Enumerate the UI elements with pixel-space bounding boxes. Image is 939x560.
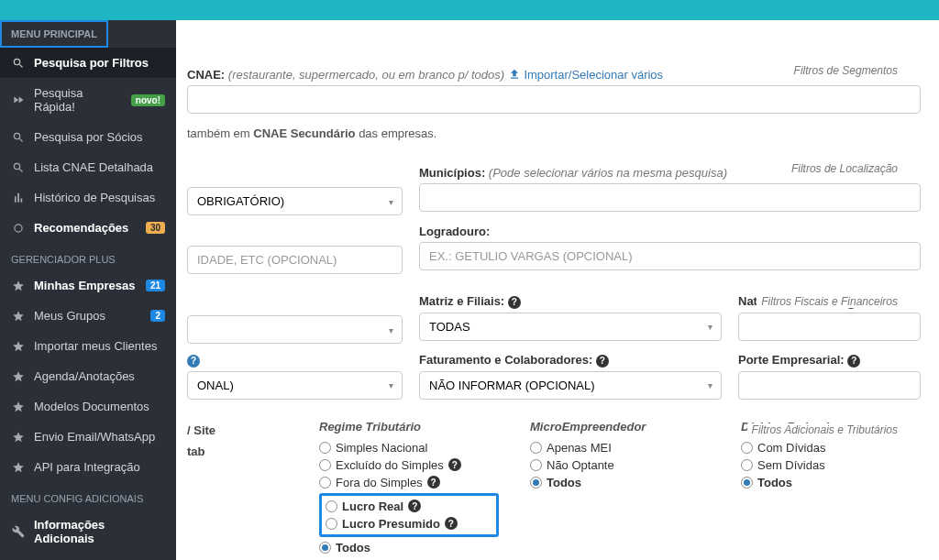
matriz-label: Matriz e Filiais: [419, 294, 504, 308]
sidebar-item-label: API para Integração [34, 460, 165, 474]
natureza-input[interactable] [738, 313, 921, 341]
faturamento-select[interactable]: NÃO INFORMAR (OPCIONAL) [419, 371, 722, 400]
help-icon[interactable]: ? [448, 458, 461, 471]
bar-chart-icon [11, 192, 25, 204]
mei-group: MicroEmpreendedor Apenas MEI Não Optante… [530, 420, 710, 556]
contact-filters: / Site tab [187, 420, 288, 556]
star-icon [11, 280, 25, 292]
municipios-hint: (Pode selecionar vários na mesma pesquis… [489, 166, 727, 180]
logradouro-input[interactable] [419, 242, 921, 270]
sidebar-item-pesquisa-filtros[interactable]: Pesquisa por Filtros [0, 48, 176, 78]
menu-principal-list: Pesquisa por Filtros Pesquisa Rápida! no… [0, 48, 176, 243]
radio-dividas-todos[interactable]: Todos [741, 474, 921, 491]
menu-gerenciador-list: Minhas Empresas 21 Meus Grupos 2 Importa… [0, 270, 176, 482]
help-icon[interactable]: ? [187, 355, 200, 368]
fieldset-fiscais-label: Filtros Fiscais e Financeiros [757, 295, 902, 308]
sidebar-item-pesquisa-socios[interactable]: Pesquisa por Sócios [0, 122, 176, 152]
radio-com-dividas[interactable]: Com Dívidas [741, 439, 921, 456]
help-icon[interactable]: ? [847, 355, 860, 368]
regime-title: Regime Tributário [319, 420, 499, 434]
faturamento-label: Faturamento e Colaboradores: [419, 353, 592, 367]
sidebar-item-api[interactable]: API para Integração [0, 452, 176, 482]
sidebar-item-modelos[interactable]: Modelos Documentos [0, 391, 176, 422]
radio-lucro-presumido[interactable]: Lucro Presumido? [326, 515, 492, 533]
sidebar-item-label: Pesquisa por Filtros [34, 56, 165, 70]
sidebar-item-label: Recomendações [34, 221, 137, 235]
badge-novo: novo! [131, 94, 165, 106]
radio-excluido-simples[interactable]: Excluído do Simples? [319, 456, 499, 474]
municipios-label: Municípios: [419, 166, 485, 180]
cnae-label: CNAE: [187, 68, 225, 82]
fast-forward-icon [11, 93, 25, 106]
radio-mei-todos[interactable]: Todos [530, 474, 710, 491]
sidebar-item-label: Envio Email/WhatsApp [34, 430, 165, 444]
sidebar-item-meus-grupos[interactable]: Meus Grupos 2 [0, 301, 176, 331]
uf-select[interactable]: OBRIGATÓRIO) [187, 187, 403, 215]
sidebar-item-historico[interactable]: Histórico de Pesquisas [0, 182, 176, 213]
star-icon [11, 431, 25, 444]
svg-point-0 [14, 224, 21, 231]
badge-count: 2 [150, 310, 165, 322]
search-icon [11, 161, 25, 174]
radio-fora-simples[interactable]: Fora do Simples? [319, 474, 499, 491]
sidebar: MENU PRINCIPAL Pesquisa por Filtros Pesq… [0, 20, 176, 560]
import-link-text: Importar/Selecionar vários [524, 68, 663, 82]
import-cnae-link[interactable]: Importar/Selecionar vários [508, 68, 663, 82]
sidebar-item-minhas-empresas[interactable]: Minhas Empresas 21 [0, 270, 176, 301]
sidebar-item-importar-clientes[interactable]: Importar meus Clientes [0, 331, 176, 361]
sidebar-item-label: Minhas Empresas [34, 279, 137, 292]
sidebar-item-label: Informações Adicionais [34, 518, 165, 545]
sidebar-item-label: Pesquisa Rápida! [34, 86, 122, 114]
matriz-select[interactable]: TODAS [419, 313, 722, 341]
sidebar-item-recomendacoes[interactable]: Recomendações 30 [0, 213, 176, 243]
help-icon[interactable]: ? [427, 476, 440, 489]
porte-label: Porte Empresarial: [738, 353, 845, 367]
sidebar-item-label: Lista CNAE Detalhada [34, 160, 165, 174]
sidebar-item-label: Importar meus Clientes [34, 339, 165, 353]
radio-apenas-mei[interactable]: Apenas MEI [530, 439, 710, 456]
radio-sem-dividas[interactable]: Sem Dívidas [741, 456, 921, 474]
sidebar-item-pesquisa-rapida[interactable]: Pesquisa Rápida! novo! [0, 78, 176, 122]
sidebar-item-label: Meus Grupos [34, 309, 141, 323]
menu-principal-header: MENU PRINCIPAL [0, 20, 108, 48]
logradouro-label: Logradouro: [419, 225, 490, 238]
lucro-highlight-box: Lucro Real? Lucro Presumido? [319, 493, 499, 537]
radio-nao-optante[interactable]: Não Optante [530, 456, 710, 474]
sidebar-item-lista-cnae[interactable]: Lista CNAE Detalhada [0, 152, 176, 182]
help-icon[interactable]: ? [408, 500, 421, 512]
help-icon[interactable]: ? [445, 517, 458, 530]
sidebar-item-envio[interactable]: Envio Email/WhatsApp [0, 422, 176, 452]
fieldset-segmentos-label: Filtros de Segmentos [790, 64, 902, 77]
main-content: Filtros de Segmentos Filtros de Localiza… [176, 20, 939, 560]
sidebar-item-label: Histórico de Pesquisas [34, 191, 165, 204]
star-icon [11, 370, 25, 383]
cnae-hint: (restaurante, supermercado, ou em branco… [228, 68, 504, 82]
menu-config-list: Informações Adicionais [0, 510, 176, 554]
badge-count: 30 [146, 222, 165, 234]
capital-select[interactable]: ONAL) [187, 371, 403, 400]
sidebar-item-label: Agenda/Anotações [34, 369, 165, 383]
sidebar-item-agenda[interactable]: Agenda/Anotações [0, 361, 176, 391]
municipios-input[interactable] [419, 183, 921, 212]
radio-simples-nacional[interactable]: Simples Nacional [319, 439, 499, 456]
bairro-input[interactable] [187, 246, 403, 274]
star-icon [11, 461, 25, 474]
contact-item-site[interactable]: / Site [187, 420, 288, 441]
radio-lucro-real[interactable]: Lucro Real? [326, 498, 492, 515]
porte-input[interactable] [738, 371, 921, 400]
contact-item-tab[interactable]: tab [187, 441, 288, 462]
star-icon [11, 401, 25, 413]
search-icon [11, 131, 25, 144]
sidebar-item-info-adicionais[interactable]: Informações Adicionais [0, 510, 176, 554]
radio-regime-todos[interactable]: Todos [319, 539, 499, 556]
situacao-select[interactable] [187, 315, 403, 344]
wrench-icon [11, 525, 25, 538]
fieldset-adicionais-label: Filtros Adicionais e Tributários [747, 423, 902, 436]
cnae-input[interactable] [187, 85, 921, 114]
circle-icon [11, 222, 25, 235]
star-icon [11, 340, 25, 353]
search-icon [11, 57, 25, 70]
sidebar-item-label: Pesquisa por Sócios [34, 130, 165, 144]
help-icon[interactable]: ? [508, 296, 521, 309]
help-icon[interactable]: ? [596, 355, 609, 368]
